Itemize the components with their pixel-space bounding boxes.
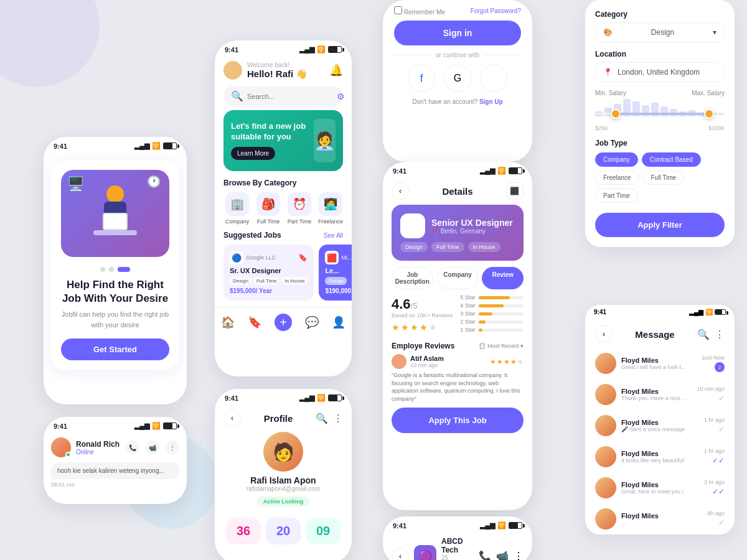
get-started-button[interactable]: Get Started xyxy=(61,338,169,360)
company-video-icon[interactable]: 📹 xyxy=(496,550,509,560)
add-job-button[interactable]: + xyxy=(275,314,292,331)
notification-bell-icon[interactable]: 🔔 xyxy=(329,63,343,77)
message-nav-icon: 💬 xyxy=(305,315,319,329)
job-hero-card: G Senior UX Designer 📍 Berlin, Germany D… xyxy=(392,205,524,261)
reviewer-name: Atif Aslam xyxy=(410,355,444,362)
stat-card-purple: 20 xyxy=(266,518,301,544)
msg-name-4: Floyd Miles xyxy=(621,481,699,488)
status-bar-company: 9:41 ▂▄▆🛜 xyxy=(383,516,532,532)
profile-action-icons: 🔍 ⋮ xyxy=(316,413,343,424)
video-icon[interactable]: 📹 xyxy=(146,441,159,454)
company-logo-large: 🟣 xyxy=(414,545,436,561)
job-card-google[interactable]: 🔵 Google LLC 🔖 Sr. UX Designer Design Fu… xyxy=(223,245,314,301)
wifi-icon3: 🛜 xyxy=(317,45,326,54)
more-icon[interactable]: ⋮ xyxy=(166,441,179,454)
msg-item-1[interactable]: Floyd Miles Thank you. Have a nice day 1… xyxy=(585,379,735,410)
msg-name-5: Floyd Miles xyxy=(621,512,702,520)
google-login-button[interactable]: G xyxy=(444,65,471,92)
job-card-mi[interactable]: 🟥 Mi... Le... Design $190,000 xyxy=(319,245,352,301)
msg-item-0[interactable]: Floyd Miles Great I will have a look the… xyxy=(585,348,735,379)
apply-filter-button[interactable]: Apply Filter xyxy=(595,213,725,237)
wifi-icon5: 🛜 xyxy=(497,167,506,175)
jobtype-section-label: Job Type xyxy=(595,139,725,147)
msg-item-3[interactable]: Floyd Miles It looks like very beautiful… xyxy=(585,441,735,472)
time-details: 9:41 xyxy=(393,167,406,175)
msg-status-icons: ▂▄▆ 🛜 xyxy=(689,309,726,315)
signin-button[interactable]: Sign in xyxy=(394,21,521,45)
star-4: ★ xyxy=(420,322,428,332)
tab-job-description[interactable]: Job Description xyxy=(392,267,433,289)
remember-checkbox[interactable] xyxy=(394,6,402,14)
apply-this-job-button[interactable]: Apply This Job xyxy=(392,408,524,433)
company-more-icon[interactable]: ⋮ xyxy=(514,550,524,560)
signup-link[interactable]: Sign Up xyxy=(479,98,503,105)
details-save-button[interactable]: ⬛ xyxy=(506,182,524,200)
chip-parttime[interactable]: Part Time xyxy=(595,189,638,203)
facebook-login-button[interactable]: f xyxy=(408,65,435,92)
forgot-password-link[interactable]: Forgot Password? xyxy=(471,7,521,14)
salary-ticks: $25K $200K xyxy=(595,125,725,131)
bottom-nav: 🏠 🔖 + 💬 👤 xyxy=(215,307,352,336)
msg-item-2[interactable]: Floyd Miles 🎤 Sent a voice message 1 hr … xyxy=(585,410,735,441)
company-back-button[interactable]: ‹ xyxy=(392,548,409,561)
filter-icon[interactable]: ⚙ xyxy=(337,91,345,101)
range-thumb-max[interactable] xyxy=(704,109,714,119)
job-salary-mi: $190,000 xyxy=(325,287,352,294)
dot-3-active xyxy=(118,267,130,272)
search-bar[interactable]: 🔍 ⚙ xyxy=(223,86,343,106)
range-thumb-min[interactable] xyxy=(611,109,621,119)
chip-contract[interactable]: Contract Based xyxy=(642,152,701,167)
dots-indicator xyxy=(61,267,169,272)
msg-check-4: ✓✓ xyxy=(712,487,725,496)
filter-recent-button[interactable]: 📋 Most Recent ▾ xyxy=(479,343,524,349)
battery-icon5 xyxy=(509,167,522,174)
msg-time-2: 1 hr ago xyxy=(704,417,725,423)
see-all-link[interactable]: See All xyxy=(324,232,343,239)
chip-company[interactable]: Company xyxy=(595,152,638,167)
nav-profile[interactable]: 👤 xyxy=(332,315,345,329)
category-fulltime[interactable]: 🎒 Full Time xyxy=(255,192,282,225)
status-bar-home: 9:41 ▂▄▆🛜 xyxy=(215,40,352,56)
msg-search-icon[interactable]: 🔍 xyxy=(697,329,710,340)
no-account-text: Don't have an account? xyxy=(412,98,477,105)
nav-home[interactable]: 🏠 xyxy=(221,315,235,329)
stars-row: ★ ★ ★ ★ ★ xyxy=(392,322,453,332)
call-icon[interactable]: 📞 xyxy=(126,441,139,454)
msg-back-button[interactable]: ‹ xyxy=(595,325,613,343)
search-input[interactable] xyxy=(247,93,333,100)
msg-info-2: Floyd Miles 🎤 Sent a voice message xyxy=(621,419,699,432)
review-stars: ★ ★ ★ ★ ★ xyxy=(490,358,524,366)
details-back-button[interactable]: ‹ xyxy=(392,182,409,200)
profile-back-button[interactable]: ‹ xyxy=(223,409,241,427)
onboard-illustration: 🖥️ 🕐 xyxy=(61,170,169,257)
dot-2 xyxy=(109,267,114,272)
nav-messages[interactable]: 💬 xyxy=(305,315,319,329)
nav-bookmarks[interactable]: 🔖 xyxy=(248,315,261,329)
msg-item-4[interactable]: Floyd Miles Great. Nice to meet you ! 3 … xyxy=(585,472,735,503)
profile-more-icon[interactable]: ⋮ xyxy=(333,413,343,424)
nav-add[interactable]: + xyxy=(275,314,292,331)
category-freelance[interactable]: 🧑‍💻 Freelance xyxy=(317,192,344,225)
category-company[interactable]: 🏢 Company xyxy=(223,192,251,225)
company-call-icon[interactable]: 📞 xyxy=(479,550,491,560)
chip-fulltime[interactable]: Full Time xyxy=(642,170,684,185)
chat-contact-name: Ronald Rich xyxy=(76,440,120,449)
tab-review[interactable]: Review xyxy=(482,267,524,289)
msg-item-5[interactable]: Floyd Miles ... 8h ago ✓ xyxy=(585,503,735,534)
or-divider: or continue with xyxy=(394,52,521,58)
category-select[interactable]: 🎨 Design ▾ xyxy=(595,22,725,42)
tab-company[interactable]: Company xyxy=(437,267,479,289)
profile-search-icon[interactable]: 🔍 xyxy=(316,413,328,424)
location-input[interactable]: 📍 London, United Kingdom xyxy=(595,62,725,82)
profile-name: Rafi Islam Apon xyxy=(215,475,352,485)
chip-freelance[interactable]: Freelance xyxy=(595,170,639,185)
msg-time-3: 1 hr ago xyxy=(704,448,725,454)
bookmark-icon[interactable]: 🔖 xyxy=(298,253,308,262)
apple-login-button[interactable] xyxy=(480,65,507,92)
msg-more-icon[interactable]: ⋮ xyxy=(715,329,725,340)
or-line-left xyxy=(394,55,431,55)
msg-avatar-2 xyxy=(595,415,616,436)
msg-meta-0: Just Now 2 xyxy=(702,355,725,372)
category-parttime[interactable]: ⏰ Part Time xyxy=(286,192,313,225)
learn-more-button[interactable]: Learn More xyxy=(231,147,275,160)
